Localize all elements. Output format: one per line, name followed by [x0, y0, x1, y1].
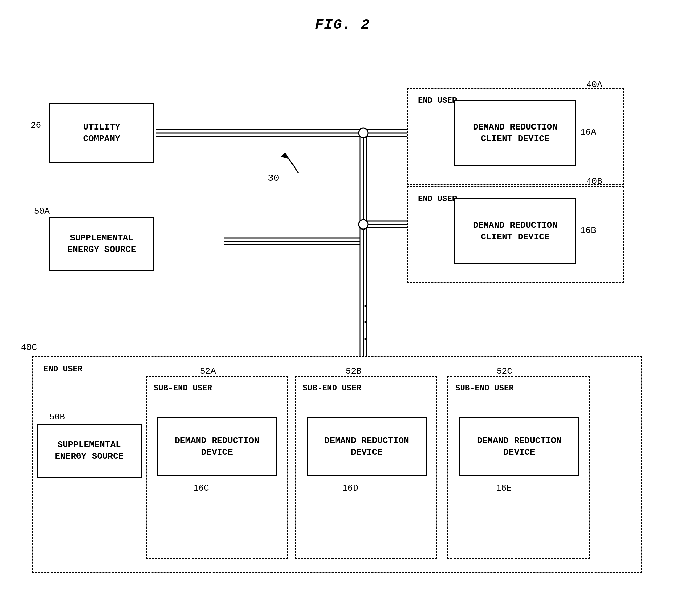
sub-end-52b-label: SUB-END USER	[303, 383, 361, 393]
figure-title: FIG. 2	[0, 0, 685, 33]
ref-40c: 40C	[21, 342, 37, 353]
ref-50a: 50A	[34, 206, 50, 216]
ref-50b: 50B	[49, 412, 65, 422]
ref-52a: 52A	[200, 366, 216, 376]
ref-52b: 52B	[346, 366, 362, 376]
bus-arrow	[278, 146, 305, 176]
diagram-container: 26 UTILITY COMPANY 40A END USER DEMAND R…	[0, 41, 685, 610]
demand-reduction-16a-box: DEMAND REDUCTION CLIENT DEVICE	[454, 100, 576, 166]
supplemental-50b-label: SUPPLEMENTAL ENERGY SOURCE	[55, 439, 124, 462]
demand-reduction-16e-label: DEMAND REDUCTION DEVICE	[477, 435, 562, 458]
end-user-40c-label: END USER	[43, 364, 82, 374]
demand-reduction-16c-box: DEMAND REDUCTION DEVICE	[157, 417, 277, 476]
ref-40b: 40B	[586, 176, 602, 186]
svg-point-13	[359, 220, 368, 229]
demand-reduction-16d-label: DEMAND REDUCTION DEVICE	[324, 435, 409, 458]
demand-reduction-16b-box: DEMAND REDUCTION CLIENT DEVICE	[454, 198, 576, 264]
ref-16d: 16D	[342, 483, 358, 493]
bus-label: 30	[268, 173, 279, 183]
demand-reduction-16c-label: DEMAND REDUCTION DEVICE	[175, 435, 259, 458]
ellipsis-dots: ···	[361, 298, 370, 347]
ref-16b: 16B	[580, 225, 596, 236]
supplemental-50b-box: SUPPLEMENTAL ENERGY SOURCE	[37, 424, 142, 478]
end-user-40b-label: END USER	[418, 194, 457, 203]
utility-company-label: UTILITY COMPANY	[83, 122, 120, 145]
svg-line-22	[285, 153, 298, 173]
utility-company-box: UTILITY COMPANY	[49, 103, 154, 163]
ref-16e: 16E	[496, 483, 512, 493]
sub-end-52c-label: SUB-END USER	[455, 383, 514, 393]
ref-16a: 16A	[580, 127, 596, 137]
demand-reduction-16b-label: DEMAND REDUCTION CLIENT DEVICE	[473, 220, 558, 243]
demand-reduction-16e-box: DEMAND REDUCTION DEVICE	[459, 417, 579, 476]
end-user-40a-label: END USER	[418, 96, 457, 105]
demand-reduction-16d-box: DEMAND REDUCTION DEVICE	[307, 417, 427, 476]
ref-52c: 52C	[497, 366, 512, 376]
svg-point-9	[359, 128, 368, 138]
ref-16c: 16C	[193, 483, 209, 493]
demand-reduction-16a-label: DEMAND REDUCTION CLIENT DEVICE	[473, 122, 558, 145]
sub-end-52a-label: SUB-END USER	[154, 383, 212, 393]
supplemental-50a-box: SUPPLEMENTAL ENERGY SOURCE	[49, 217, 154, 271]
supplemental-50a-label: SUPPLEMENTAL ENERGY SOURCE	[67, 233, 136, 256]
ref-26: 26	[31, 120, 41, 131]
